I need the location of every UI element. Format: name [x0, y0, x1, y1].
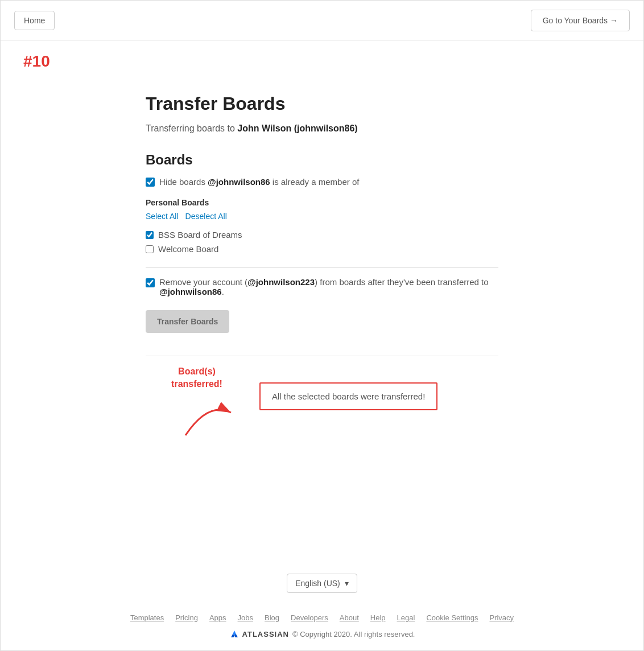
footer-link-apps[interactable]: Apps	[209, 613, 226, 622]
remove-account-checkbox[interactable]	[146, 278, 155, 287]
divider-2	[146, 356, 498, 356]
copyright-text: © Copyright 2020. All rights reserved.	[292, 630, 415, 638]
select-links: Select All Deselect All	[146, 212, 498, 221]
deselect-all-link[interactable]: Deselect All	[185, 212, 227, 221]
annotation-container: Board(s)transferred!	[146, 365, 248, 441]
footer-link-privacy[interactable]: Privacy	[489, 613, 514, 622]
header: Home Go to Your Boards →	[1, 1, 643, 41]
goto-boards-button[interactable]: Go to Your Boards →	[531, 10, 630, 31]
board-list: BSS Board of Dreams Welcome Board	[146, 230, 498, 254]
board-item: BSS Board of Dreams	[146, 230, 498, 240]
annotation-label: Board(s)transferred!	[146, 365, 248, 391]
footer-link-developers[interactable]: Developers	[291, 613, 328, 622]
footer-link-templates[interactable]: Templates	[130, 613, 164, 622]
select-all-link[interactable]: Select All	[146, 212, 179, 221]
boards-section-title: Boards	[146, 152, 498, 168]
remove-account-row: Remove your account (@johnwilson223) fro…	[146, 277, 498, 296]
footer-links: Templates Pricing Apps Jobs Blog Develop…	[12, 613, 632, 622]
board-name-bss: BSS Board of Dreams	[158, 230, 242, 240]
footer-link-cookie[interactable]: Cookie Settings	[426, 613, 478, 622]
atlassian-logo: ATLASSIAN	[229, 629, 289, 639]
remove-account-text: Remove your account (@johnwilson223) fro…	[159, 277, 498, 296]
board-item: Welcome Board	[146, 244, 498, 254]
divider	[146, 267, 498, 268]
hide-boards-label: Hide boards @johnwilson86 is already a m…	[159, 177, 359, 187]
board-checkbox-welcome[interactable]	[146, 245, 154, 253]
footer-link-jobs[interactable]: Jobs	[238, 613, 253, 622]
subtitle: Transferring boards to John Wilson (john…	[146, 123, 498, 134]
home-button[interactable]: Home	[14, 11, 55, 30]
footer-link-about[interactable]: About	[340, 613, 359, 622]
atlassian-icon	[229, 629, 240, 639]
footer-link-blog[interactable]: Blog	[265, 613, 279, 622]
transfer-boards-button[interactable]: Transfer Boards	[146, 310, 229, 333]
footer: English (US) ▾ Templates Pricing Apps Jo…	[1, 562, 643, 650]
main-content: Transfer Boards Transferring boards to J…	[123, 82, 521, 464]
step-label: #10	[1, 41, 643, 82]
footer-link-help[interactable]: Help	[370, 613, 386, 622]
personal-boards-title: Personal Boards	[146, 198, 498, 207]
page-title: Transfer Boards	[146, 93, 498, 114]
arrow-icon	[151, 395, 242, 441]
footer-link-pricing[interactable]: Pricing	[175, 613, 198, 622]
chevron-down-icon: ▾	[345, 579, 349, 588]
footer-link-legal[interactable]: Legal	[397, 613, 415, 622]
hide-boards-row: Hide boards @johnwilson86 is already a m…	[146, 177, 498, 187]
success-message: All the selected boards were transferred…	[259, 382, 437, 410]
hide-boards-checkbox[interactable]	[146, 178, 155, 187]
language-selector[interactable]: English (US) ▾	[287, 574, 357, 593]
language-label: English (US)	[295, 579, 340, 588]
board-name-welcome: Welcome Board	[158, 244, 218, 254]
success-area: Board(s)transferred! All the selected bo…	[146, 365, 498, 441]
footer-copyright: ATLASSIAN © Copyright 2020. All rights r…	[12, 629, 632, 639]
board-checkbox-bss[interactable]	[146, 231, 154, 239]
